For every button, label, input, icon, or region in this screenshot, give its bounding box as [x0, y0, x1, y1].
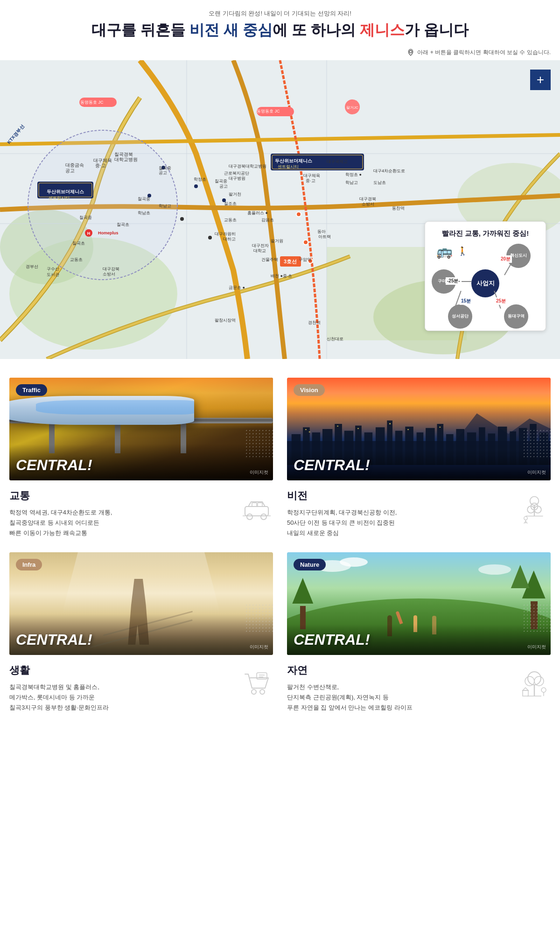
svg-text:대구강북: 대구강북: [103, 267, 119, 271]
svg-text:공고: 공고: [65, 168, 75, 173]
svg-text:동명동호 JC: 동명동호 JC: [80, 100, 104, 105]
header-title: 대구를 뒤흔들 비전 새 중심에 또 하나의 제니스가 옵니다: [0, 21, 560, 40]
svg-point-137: [530, 497, 539, 506]
card-icon-nature: [518, 668, 551, 701]
svg-point-23: [208, 236, 212, 239]
card-content-infra: 생활 칠곡경북대학교병원 및 홈플러스,메가박스, 롯데시네마 등 가까운칠곡3…: [9, 655, 273, 713]
card-image-nature: Nature CENTRAL! 이미지컷: [287, 552, 551, 655]
cards-section: Traffic CENTRAL! 이미지컷 교통 학정역 역세권, 대구4차순환…: [0, 359, 560, 723]
central-text-infra: CENTRAL!: [16, 631, 92, 648]
svg-text:대학교병원: 대학교병원: [114, 157, 138, 162]
svg-text:동찬역: 동찬역: [392, 206, 405, 211]
img-credit-vision: 이미지컷: [527, 469, 546, 476]
svg-rect-131: [309, 431, 310, 432]
svg-text:금문초 ●: 금문초 ●: [229, 285, 245, 290]
time-t3: 15분: [460, 297, 472, 305]
svg-text:동아: 동아: [317, 229, 326, 234]
card-image-infra: Infra CENTRAL! 이미지컷: [9, 552, 273, 655]
img-credit-nature: 이미지컷: [527, 644, 546, 650]
title-highlight1: 비전 새 중심: [189, 21, 273, 38]
map-section: H Homeplus 3호선 대중금속 공고 대구체육 중·고 칠곡경북 대학교…: [0, 60, 560, 359]
badge-infra: Infra: [16, 559, 42, 570]
map-expand-button[interactable]: +: [530, 70, 551, 90]
svg-text:교동초: 교동초: [224, 218, 237, 222]
svg-text:대구국제고: 대구국제고: [327, 159, 348, 164]
central-text-nature: CENTRAL!: [294, 631, 370, 648]
svg-text:학정초: 학정초: [194, 177, 206, 182]
card-title-nature: 자연: [287, 663, 518, 677]
card-desc-traffic: 학정역 역세권, 대구4차순환도로 개통,칠곡중앙대로 등 시내외 어디로든빠른…: [9, 507, 240, 538]
svg-text:3호선: 3호선: [284, 259, 297, 264]
svg-text:중·고: 중·고: [95, 163, 106, 168]
svg-text:칠곡초: 칠곡초: [72, 241, 85, 246]
svg-text:대구전자: 대구전자: [252, 243, 269, 248]
svg-point-30: [303, 240, 308, 245]
card-title-vision: 비전: [287, 489, 518, 503]
svg-text:칠곡중: 칠곡중: [215, 179, 227, 183]
card-title-infra: 생활: [9, 663, 240, 677]
svg-point-155: [534, 676, 544, 686]
svg-text:근로복지공단: 근로복지공단: [224, 171, 249, 176]
map-hint-text: 아래 + 버튼을 클릭하시면 확대하여 보실 수 있습니다.: [417, 49, 551, 56]
svg-rect-103: [258, 503, 262, 507]
svg-point-143: [524, 516, 527, 520]
central-text-traffic: CENTRAL!: [16, 457, 92, 474]
svg-text:소방서: 소방서: [362, 202, 374, 206]
badge-nature: Nature: [294, 559, 326, 570]
cart-icon: [243, 670, 271, 698]
svg-text:소방서: 소방서: [103, 272, 115, 276]
svg-text:신천대로: 신천대로: [327, 337, 343, 341]
svg-text:도서관: 도서관: [47, 272, 59, 277]
title-part3: 가 옵니다: [405, 21, 469, 38]
svg-text:팔창시장역: 팔창시장역: [215, 318, 236, 323]
svg-point-147: [252, 690, 256, 694]
svg-rect-135: [407, 429, 409, 430]
title-part1: 대구를 뒤흔들: [91, 21, 189, 38]
svg-text:학남고: 학남고: [159, 204, 171, 208]
svg-text:동명동호 JC: 동명동호 JC: [257, 109, 280, 113]
svg-text:대구라원히: 대구라원히: [215, 232, 236, 236]
svg-marker-158: [523, 688, 528, 690]
svg-text:칠곡초: 칠곡초: [117, 222, 129, 227]
card-desc-infra: 칠곡경북대학교병원 및 홈플러스,메가박스, 롯데시네마 등 가까운칠곡3지구의…: [9, 682, 240, 713]
svg-text:학정초 ●: 학정초 ●: [345, 172, 362, 177]
header-subtitle: 오랜 기다림의 완성! 내일이 더 기대되는 선망의 자리!: [0, 9, 560, 18]
svg-text:경부선: 경부선: [26, 264, 38, 269]
svg-rect-134: [389, 423, 391, 424]
card-icon-vision: [518, 493, 551, 526]
svg-text:센트럴시티: 센트럴시티: [49, 196, 70, 200]
car-icon: [243, 498, 271, 521]
card-nature: Nature CENTRAL! 이미지컷 자연 팔거천 수변산책로,단지복측 근…: [287, 552, 551, 713]
card-vision: Vision CENTRAL! 이미지컷 비전 학정지구단위계획, 대구경북신공…: [287, 378, 551, 538]
card-desc-vision: 학정지구단위계획, 대구경북신공항 이전,50사단 이전 등 대구의 큰 비전이…: [287, 507, 518, 538]
svg-text:대하고: 대하고: [223, 237, 236, 241]
svg-text:도남초: 도남초: [373, 180, 386, 185]
svg-text:구암역: 구암역: [299, 257, 311, 262]
title-part2: 에 또 하나의: [273, 21, 360, 38]
svg-text:철곡중: 철곡중: [79, 215, 92, 220]
svg-text:감음초: 감음초: [261, 218, 274, 222]
svg-point-19: [194, 184, 198, 188]
img-credit-infra: 이미지컷: [250, 644, 268, 650]
svg-text:교동초: 교동초: [70, 257, 83, 262]
svg-text:칠곡경북: 칠곡경북: [114, 152, 133, 157]
svg-rect-102: [252, 503, 257, 507]
svg-text:Homeplus: Homeplus: [98, 231, 119, 235]
node-sungseo: 성서공단: [448, 304, 472, 329]
svg-text:팔거원: 팔거원: [271, 239, 283, 243]
time-t1: 20분: [499, 255, 512, 263]
building-icon: [520, 494, 548, 525]
card-traffic: Traffic CENTRAL! 이미지컷 교통 학정역 역세권, 대구4차순환…: [9, 378, 273, 538]
svg-text:대학교: 대학교: [253, 248, 266, 253]
traffic-info-box: 빨라진 교통, 가까워진 중심! 🚌 🚶 사업지: [425, 221, 546, 331]
card-desc-nature: 팔거천 수변산책로,단지복측 근린공원(계획), 자연녹지 등푸른 자연을 집 …: [287, 682, 518, 713]
svg-point-11: [28, 130, 177, 280]
svg-text:칠조초: 칠조초: [224, 201, 237, 206]
card-icon-traffic: [240, 493, 273, 526]
svg-text:구수산: 구수산: [47, 267, 59, 271]
tree-icon: [520, 668, 548, 701]
img-credit-traffic: 이미지컷: [250, 469, 268, 476]
time-t2: -25분-: [446, 277, 462, 285]
location-hint-icon: [407, 49, 414, 56]
svg-text:센트럴시티: 센트럴시티: [278, 164, 299, 169]
